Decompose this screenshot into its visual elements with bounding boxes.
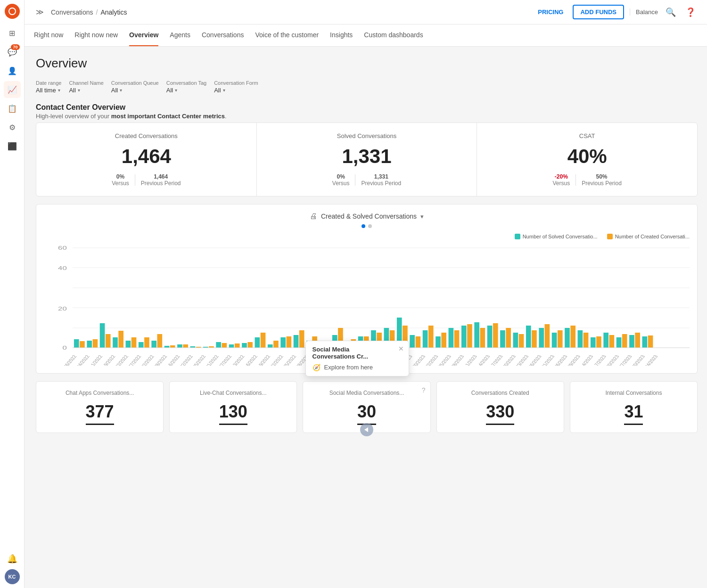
tab-overview[interactable]: Overview — [129, 24, 158, 46]
legend-created: Number of Created Conversati... — [607, 234, 690, 239]
filter-form-select[interactable]: All ▾ — [214, 87, 258, 94]
chart-dropdown-icon[interactable]: ▾ — [420, 213, 424, 220]
svg-rect-75 — [493, 323, 498, 348]
metric-card-chat-apps: Chat Apps Conversations... 377 — [36, 381, 164, 433]
metric-card-internal: Internal Conversations 31 — [570, 381, 698, 433]
tooltip-close-icon[interactable]: ✕ — [398, 345, 404, 352]
svg-rect-62 — [410, 335, 415, 348]
filter-date-range-select[interactable]: All time ▾ — [36, 87, 61, 94]
search-button[interactable]: 🔍 — [664, 5, 678, 19]
svg-rect-90 — [591, 337, 596, 348]
stat-card-created: Created Conversations 1,464 0% Versus 1,… — [36, 123, 257, 196]
social-media-tooltip: Social Media Conversations Cr... ✕ 🧭 Exp… — [305, 341, 409, 376]
svg-rect-21 — [144, 337, 149, 348]
pricing-button[interactable]: PRICING — [534, 6, 567, 18]
stat-created-sub: 0% Versus 1,464 Previous Period — [48, 173, 245, 187]
svg-rect-76 — [500, 330, 505, 348]
filter-channel-select[interactable]: All ▾ — [69, 87, 103, 94]
svg-rect-66 — [436, 336, 441, 348]
tab-right-now[interactable]: Right now — [34, 24, 63, 46]
svg-rect-37 — [247, 342, 253, 348]
breadcrumb-parent[interactable]: Conversations — [51, 8, 93, 16]
sidebar-item-conversations[interactable]: 💬 70 — [4, 43, 21, 60]
svg-rect-15 — [106, 334, 111, 348]
chevron-down-icon: ▾ — [175, 88, 177, 93]
stat-csat-prev-label: Previous Period — [582, 180, 622, 187]
svg-rect-96 — [629, 335, 634, 348]
svg-rect-74 — [487, 326, 493, 348]
add-funds-button[interactable]: ADD FUNDS — [573, 5, 624, 19]
svg-rect-45 — [299, 330, 304, 348]
svg-rect-27 — [183, 344, 188, 348]
metric-chat-apps-value: 377 — [86, 402, 114, 425]
tooltip-explore-item[interactable]: 🧭 Explore from here — [312, 364, 402, 371]
svg-rect-88 — [578, 330, 583, 348]
filter-form: Conversation Form All ▾ — [214, 80, 258, 94]
tab-right-now-new[interactable]: Right now new — [74, 24, 118, 46]
stat-solved-prev-label: Previous Period — [361, 180, 401, 187]
breadcrumb-current: Analytics — [100, 8, 127, 16]
stat-solved-title: Solved Conversations — [268, 132, 466, 139]
app-logo[interactable] — [5, 4, 20, 19]
stat-csat-versus-label: Versus — [552, 180, 570, 187]
notifications-bell[interactable]: 🔔 — [4, 550, 21, 567]
svg-rect-43 — [287, 336, 292, 348]
legend-created-label: Number of Created Conversati... — [615, 234, 690, 239]
filter-tag-label: Conversation Tag — [166, 80, 206, 86]
svg-rect-22 — [151, 341, 156, 348]
tab-insights[interactable]: Insights — [330, 24, 353, 46]
svg-rect-93 — [609, 335, 615, 348]
svg-rect-16 — [113, 337, 118, 348]
filter-queue-value: All — [111, 87, 118, 94]
expand-button[interactable]: ≫ — [34, 7, 45, 18]
avatar[interactable]: KC — [5, 569, 20, 584]
metric-internal-title: Internal Conversations — [579, 389, 689, 397]
sidebar-item-contacts[interactable]: 👤 — [4, 62, 21, 79]
stat-created-value: 1,464 — [48, 145, 245, 168]
metric-live-chat-title: Live-Chat Conversations... — [178, 389, 288, 397]
svg-rect-23 — [157, 334, 163, 348]
stat-csat-value: 40% — [488, 145, 686, 168]
stat-created-versus: 0% — [112, 173, 129, 180]
sidebar-item-extensions[interactable]: ⬛ — [4, 138, 21, 155]
sidebar-item-analytics[interactable]: 📈 — [4, 81, 21, 98]
svg-text:60: 60 — [58, 245, 67, 251]
svg-rect-69 — [454, 330, 460, 348]
stat-solved-sub: 0% Versus 1,331 Previous Period — [268, 173, 466, 187]
sidebar-item-settings[interactable]: ⚙ — [4, 119, 21, 136]
svg-rect-40 — [268, 344, 273, 348]
filter-channel-label: Channel Name — [69, 80, 103, 86]
metric-conversations-created-title: Conversations Created — [445, 389, 555, 397]
chart-dot-2[interactable] — [368, 224, 372, 228]
chevron-down-icon: ▾ — [58, 88, 60, 93]
sidebar-item-dashboard[interactable]: ⊞ — [4, 24, 21, 41]
sidebar: ⊞ 💬 70 👤 📈 📋 ⚙ ⬛ 🔔 KC — [0, 0, 25, 588]
stat-solved-prev: 1,331 — [361, 173, 401, 180]
svg-rect-94 — [617, 337, 622, 348]
svg-rect-77 — [506, 328, 511, 348]
filter-tag-select[interactable]: All ▾ — [166, 87, 206, 94]
subtitle-bold: most important Contact Center metrics — [111, 113, 225, 120]
chevron-down-icon: ▾ — [120, 88, 122, 93]
tab-agents[interactable]: Agents — [170, 24, 190, 46]
svg-rect-78 — [513, 333, 518, 348]
svg-rect-95 — [622, 334, 627, 348]
stat-solved-value: 1,331 — [268, 145, 466, 168]
svg-rect-84 — [552, 333, 557, 348]
tab-conversations[interactable]: Conversations — [202, 24, 244, 46]
stat-created-prev: 1,464 — [141, 173, 181, 180]
chart-dot-1[interactable] — [362, 224, 365, 228]
metric-conversations-created-value: 330 — [486, 402, 514, 425]
tab-voice[interactable]: Voice of the customer — [255, 24, 319, 46]
tab-custom[interactable]: Custom dashboards — [364, 24, 423, 46]
subtitle-plain: High-level overview of your — [36, 113, 111, 120]
svg-rect-24 — [164, 346, 170, 348]
help-icon[interactable]: ? — [422, 386, 426, 394]
sidebar-item-reports[interactable]: 📋 — [4, 100, 21, 117]
svg-rect-98 — [642, 336, 648, 348]
chevron-down-icon: ▾ — [223, 88, 225, 93]
filter-queue-select[interactable]: All ▾ — [111, 87, 159, 94]
svg-rect-11 — [80, 341, 85, 348]
help-button[interactable]: ❓ — [683, 5, 698, 19]
filter-form-label: Conversation Form — [214, 80, 258, 86]
